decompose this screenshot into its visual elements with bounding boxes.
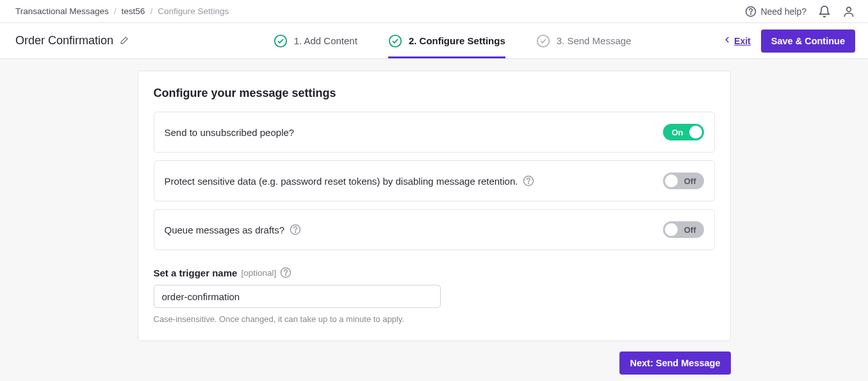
svg-point-5 (537, 35, 549, 46)
trigger-help-text: Case-insensitive. Once changed, it can t… (154, 314, 715, 324)
setting-label: Send to unsubscribed people? (165, 127, 295, 138)
header-actions: Exit Save & Continue (723, 30, 855, 53)
svg-point-2 (847, 7, 851, 12)
help-icon (745, 6, 757, 17)
svg-point-3 (274, 35, 286, 46)
setting-label-wrap: Protect sensitive data (e.g. password re… (165, 175, 535, 187)
toggle-queue-drafts[interactable]: Off (663, 221, 704, 238)
help-icon[interactable] (523, 175, 534, 187)
settings-card: Configure your message settings Send to … (138, 71, 731, 341)
breadcrumb-separator: / (150, 6, 152, 16)
edit-title-icon[interactable] (119, 36, 129, 46)
svg-point-4 (389, 35, 401, 46)
topbar-right: Need help? (745, 5, 855, 18)
trigger-label-row: Set a trigger name [optional] (154, 267, 715, 278)
breadcrumb-parent[interactable]: test56 (122, 6, 145, 16)
toggle-state: Off (684, 176, 696, 186)
step-label: 3. Send Message (557, 35, 632, 46)
save-continue-button[interactable]: Save & Continue (761, 30, 855, 53)
notifications-icon[interactable] (818, 5, 831, 18)
toggle-state: On (672, 128, 684, 137)
svg-point-7 (528, 183, 529, 183)
help-icon[interactable] (280, 267, 291, 278)
need-help-link[interactable]: Need help? (745, 6, 807, 17)
toggle-knob (665, 223, 678, 236)
setting-label-wrap: Send to unsubscribed people? (165, 127, 295, 138)
breadcrumb: Transactional Messages / test56 / Config… (15, 6, 229, 16)
top-bar: Transactional Messages / test56 / Config… (0, 0, 868, 23)
user-icon[interactable] (842, 5, 855, 18)
trigger-section: Set a trigger name [optional] Case-insen… (154, 267, 715, 324)
setting-sensitive-data: Protect sensitive data (e.g. password re… (154, 160, 715, 201)
toggle-knob (689, 126, 702, 139)
next-send-message-button[interactable]: Next: Send Message (619, 351, 730, 375)
trigger-name-input[interactable] (154, 285, 441, 308)
setting-queue-drafts: Queue messages as drafts? Off (154, 209, 715, 250)
footer-actions: Next: Send Message (138, 351, 731, 375)
toggle-sensitive-data[interactable]: Off (663, 173, 704, 189)
setting-label-wrap: Queue messages as drafts? (165, 224, 302, 235)
step-label: 1. Add Content (294, 35, 357, 46)
page-title: Order Confirmation (15, 34, 113, 47)
setting-label: Protect sensitive data (e.g. password re… (165, 176, 518, 187)
trigger-label: Set a trigger name (154, 267, 238, 278)
step-configure-settings[interactable]: 2. Configure Settings (388, 23, 505, 58)
setting-unsubscribed: Send to unsubscribed people? On (154, 112, 715, 153)
check-circle-icon (274, 34, 288, 48)
check-circle-icon (536, 34, 550, 48)
header-bar: Order Confirmation 1. Add Content (0, 23, 868, 59)
svg-point-9 (295, 232, 296, 232)
svg-point-11 (286, 275, 286, 275)
step-label: 2. Configure Settings (409, 35, 505, 46)
setting-label: Queue messages as drafts? (165, 224, 285, 235)
toggle-knob (665, 174, 678, 187)
need-help-label: Need help? (760, 6, 807, 17)
svg-point-1 (751, 13, 751, 14)
card-title: Configure your message settings (154, 87, 715, 100)
breadcrumb-root[interactable]: Transactional Messages (15, 6, 109, 16)
breadcrumb-separator: / (114, 6, 117, 16)
breadcrumb-current: Configure Settings (158, 6, 229, 16)
content-area: Configure your message settings Send to … (0, 59, 868, 375)
steps-nav: 1. Add Content 2. Configure Settings 3. … (182, 23, 723, 58)
exit-link[interactable]: Exit (723, 35, 751, 46)
check-circle-icon (388, 34, 402, 48)
exit-label: Exit (734, 36, 751, 46)
toggle-unsubscribed[interactable]: On (663, 124, 704, 140)
trigger-optional: [optional] (241, 268, 276, 278)
step-send-message[interactable]: 3. Send Message (536, 23, 632, 58)
step-add-content[interactable]: 1. Add Content (274, 23, 357, 58)
help-icon[interactable] (290, 224, 301, 235)
chevron-left-icon (723, 35, 732, 46)
page-title-wrap: Order Confirmation (15, 34, 182, 47)
toggle-state: Off (684, 225, 696, 235)
